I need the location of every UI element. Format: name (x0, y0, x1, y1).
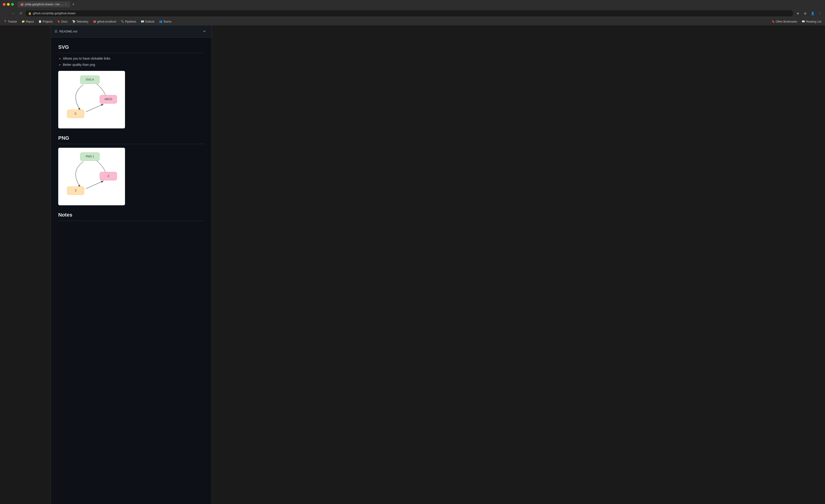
readme-header: ☰ README.md ✏ (51, 25, 212, 37)
bookmark-projects-label: Projects (43, 20, 53, 23)
notes-heading: Notes (58, 211, 204, 221)
lines-icon: ☰ (55, 29, 58, 33)
menu-button[interactable]: ⋮ (817, 10, 823, 17)
png-heading: PNG (58, 134, 204, 144)
bookmark-reading-list[interactable]: 📖 Reading List (800, 19, 823, 24)
bookmark-tracker[interactable]: 📍 Tracker (2, 19, 19, 24)
tab-bar: 🐙 philip-gai/github-drawio: Use ... × + (17, 1, 822, 8)
notes-section: Notes (58, 211, 204, 221)
title-bar: 🐙 philip-gai/github-drawio: Use ... × + (0, 0, 825, 9)
back-button[interactable]: ← (2, 10, 8, 17)
bookmark-pipelines[interactable]: 🔧 Pipelines (119, 19, 138, 24)
repos-icon: 📁 (22, 20, 25, 23)
png-node-1: PNG 1 (80, 152, 100, 161)
svg-bullet-list: Allows you to have clickable links Bette… (63, 56, 204, 67)
teams-icon: 👥 (159, 20, 162, 23)
profile-button[interactable]: 👤 (809, 10, 816, 17)
extensions-button[interactable]: ⊕ (802, 10, 808, 17)
bookmark-github-localhost[interactable]: 🐙 github.localhost (91, 19, 118, 24)
tracker-icon: 📍 (4, 20, 7, 23)
nav-bar: ← → ↺ 🔒 github.com/philip-gai/github-dra… (0, 9, 825, 18)
close-button[interactable] (3, 3, 5, 6)
png-section: PNG (58, 134, 204, 205)
readme-body: SVG Allows you to have clickable links B… (51, 37, 212, 229)
svg-heading: SVG (58, 43, 204, 53)
github-localhost-icon: 🐙 (93, 20, 96, 23)
readme-title-row: ☰ README.md (55, 29, 77, 33)
svg-bullet-2: Better quality than png (63, 62, 204, 67)
bookmark-github-localhost-label: github.localhost (97, 20, 116, 23)
edit-button[interactable]: ✏ (202, 28, 208, 34)
bookmark-repos-label: Repos (26, 20, 34, 23)
forward-button[interactable]: → (10, 10, 16, 17)
other-bookmarks-label: Other Bookmarks (776, 20, 797, 23)
reload-button[interactable]: ↺ (17, 10, 24, 17)
bookmark-docs[interactable]: 🔖 Docs (55, 19, 69, 24)
new-tab-button[interactable]: + (70, 1, 77, 8)
address-bar[interactable]: 🔒 github.com/philip-gai/github-drawio (25, 10, 793, 16)
png-diagram: PNG 1 2 3 (58, 148, 125, 205)
nav-right-icons: ★ ⊕ 👤 ⋮ (795, 10, 823, 17)
bookmark-projects[interactable]: 📋 Projects (36, 19, 54, 24)
readme-panel[interactable]: ☰ README.md ✏ SVG Allows you to have cli… (51, 25, 212, 504)
svg-node-a: SVG A (80, 76, 100, 84)
svg-section: SVG Allows you to have clickable links B… (58, 43, 204, 129)
maximize-button[interactable] (11, 3, 14, 6)
minimize-button[interactable] (7, 3, 10, 6)
readme-filename: README.md (59, 30, 77, 33)
outlook-icon: 📧 (141, 20, 144, 23)
docs-icon: 🔖 (57, 20, 60, 23)
tab-close-button[interactable]: × (64, 3, 67, 6)
left-gutter (0, 25, 51, 504)
bookmark-docs-label: Docs (61, 20, 67, 23)
traffic-lights (3, 3, 14, 6)
tab-favicon: 🐙 (20, 3, 23, 6)
reading-list-label: Reading List (806, 20, 821, 23)
right-gutter (212, 25, 825, 504)
lock-icon: 🔒 (28, 12, 31, 15)
bookmark-star-button[interactable]: ★ (795, 10, 801, 17)
tab-label: philip-gai/github-drawio: Use ... (25, 3, 63, 6)
reading-list-icon: 📖 (802, 20, 805, 23)
bookmark-tracker-label: Tracker (8, 20, 17, 23)
other-bookmarks-icon: 🔖 (771, 20, 775, 23)
svg-bullet-1: Allows you to have clickable links (63, 56, 204, 61)
bookmark-repos[interactable]: 📁 Repos (20, 19, 36, 24)
bookmark-pipelines-label: Pipelines (125, 20, 136, 23)
bookmark-teams[interactable]: 👥 Teams (157, 19, 173, 24)
bookmark-teams-label: Teams (163, 20, 171, 23)
svg-diagram: SVG A ABCD C (58, 71, 125, 129)
projects-icon: 📋 (39, 20, 42, 23)
pipelines-icon: 🔧 (121, 20, 124, 23)
main-content: ☰ README.md ✏ SVG Allows you to have cli… (0, 25, 825, 504)
bookmarks-bar: 📍 Tracker 📁 Repos 📋 Projects 🔖 Docs 📡 Te… (0, 18, 825, 25)
bookmark-outlook[interactable]: 📧 Outlook (139, 19, 156, 24)
bookmark-other[interactable]: 🔖 Other Bookmarks (770, 19, 799, 24)
bookmark-telemetry[interactable]: 📡 Telemetry (70, 19, 90, 24)
bookmark-telemetry-label: Telemetry (76, 20, 88, 23)
active-tab[interactable]: 🐙 philip-gai/github-drawio: Use ... × (17, 1, 70, 7)
svg-node-abcd: ABCD (100, 95, 117, 103)
png-node-2: 2 (100, 172, 117, 180)
telemetry-icon: 📡 (72, 20, 76, 23)
bookmarks-right: 🔖 Other Bookmarks 📖 Reading List (770, 19, 823, 24)
bookmark-outlook-label: Outlook (145, 20, 154, 23)
url-text: github.com/philip-gai/github-drawio (33, 12, 791, 15)
svg-node-c: C (67, 109, 84, 118)
png-node-3: 3 (67, 186, 84, 195)
